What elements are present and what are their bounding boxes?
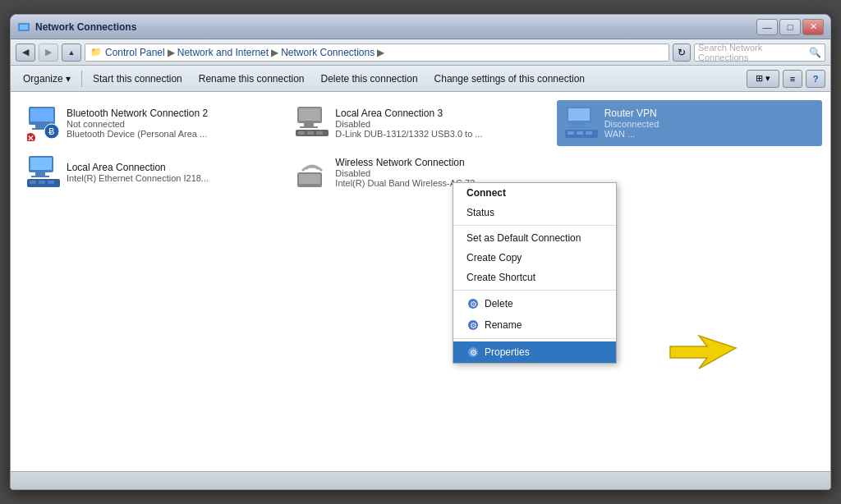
- svg-rect-29: [31, 176, 49, 177]
- connection-bluetooth2[interactable]: Ƀ ✕ Bluetooth Network Connection 2 Not c…: [19, 100, 284, 146]
- connection-device: Bluetooth Device (Personal Area ...: [67, 129, 276, 139]
- breadcrumb-control-panel[interactable]: Control Panel: [105, 47, 165, 58]
- ctx-sep-1: [453, 225, 616, 226]
- ctx-delete[interactable]: ⚙ Delete: [453, 293, 616, 314]
- window-icon: [17, 21, 30, 34]
- delete-connection-button[interactable]: Delete this connection: [314, 69, 425, 89]
- change-settings-button[interactable]: Change settings of this connection: [427, 69, 592, 89]
- search-box[interactable]: Search Network Connections 🔍: [694, 44, 825, 62]
- breadcrumb: 📁 Control Panel ▶ Network and Internet ▶…: [85, 44, 669, 62]
- svg-rect-16: [307, 131, 314, 135]
- connection-text-lan3: Local Area Connection 3 Disabled D-Link …: [335, 108, 545, 139]
- ctx-properties-icon: ⚙: [466, 346, 480, 359]
- connection-name: Local Area Connection 3: [335, 108, 545, 119]
- svg-rect-28: [35, 172, 45, 176]
- svg-rect-32: [39, 181, 45, 184]
- wireless-icon: [296, 156, 329, 189]
- up-button[interactable]: ▲: [62, 44, 81, 62]
- svg-text:⚙: ⚙: [470, 348, 477, 357]
- ctx-set-default[interactable]: Set as Default Connection: [453, 228, 616, 248]
- lan-icon: [27, 156, 60, 189]
- arrow-svg: [666, 332, 740, 377]
- toolbar: Organize ▾ Start this connection Rename …: [11, 66, 830, 92]
- title-bar-controls: — □ ✕: [756, 19, 824, 35]
- details-view-button[interactable]: ≡: [783, 70, 802, 88]
- yellow-arrow: [666, 332, 732, 373]
- window-title: Network Connections: [35, 21, 136, 33]
- svg-rect-1: [20, 25, 28, 30]
- svg-rect-3: [30, 108, 53, 121]
- svg-text:✕: ✕: [27, 134, 34, 141]
- connections-grid: Ƀ ✕ Bluetooth Network Connection 2 Not c…: [11, 92, 830, 204]
- connection-status: Disabled: [335, 168, 545, 178]
- connection-icon-lan3: [296, 107, 329, 140]
- vpn-icon: [565, 107, 598, 140]
- ctx-rename-icon: ⚙: [466, 318, 480, 332]
- svg-rect-21: [569, 126, 587, 128]
- ctx-status[interactable]: Status: [453, 203, 616, 222]
- context-menu: Connect Status Set as Default Connection…: [453, 182, 617, 364]
- svg-marker-43: [670, 336, 736, 369]
- ctx-create-shortcut[interactable]: Create Shortcut: [453, 268, 616, 287]
- connection-device: WAN ...: [604, 129, 814, 139]
- back-button[interactable]: ◀: [16, 44, 35, 62]
- maximize-button[interactable]: □: [779, 19, 801, 35]
- svg-rect-27: [30, 158, 52, 170]
- minimize-button[interactable]: —: [756, 19, 778, 35]
- connection-lan3[interactable]: Local Area Connection 3 Disabled D-Link …: [287, 100, 553, 146]
- connection-status: Disabled: [335, 119, 545, 129]
- search-placeholder: Search Network Connections: [698, 43, 806, 62]
- svg-rect-11: [299, 108, 320, 121]
- help-icon: ?: [813, 74, 819, 84]
- svg-rect-31: [30, 181, 36, 184]
- connection-lan[interactable]: Local Area Connection Intel(R) Ethernet …: [19, 149, 284, 195]
- close-button[interactable]: ✕: [802, 19, 824, 35]
- svg-rect-24: [577, 131, 583, 135]
- svg-text:⚙: ⚙: [470, 321, 477, 330]
- connection-icon-bluetooth2: Ƀ ✕: [27, 107, 60, 140]
- svg-text:⚙: ⚙: [470, 300, 477, 309]
- forward-button[interactable]: ▶: [39, 44, 58, 62]
- ctx-properties[interactable]: ⚙ Properties: [453, 341, 616, 363]
- organize-button[interactable]: Organize ▾: [16, 69, 78, 89]
- connection-text-vpn: Router VPN Disconnected WAN ...: [604, 108, 814, 139]
- title-bar: Network Connections — □ ✕: [11, 15, 830, 39]
- connection-icon-wireless: [296, 156, 329, 189]
- svg-rect-19: [568, 108, 590, 121]
- connection-device: D-Link DUB-1312/1332 USB3.0 to ...: [335, 129, 545, 139]
- connection-status: Not connected: [67, 119, 276, 129]
- svg-rect-17: [316, 131, 323, 135]
- connection-name: Router VPN: [604, 108, 814, 119]
- breadcrumb-network-connections[interactable]: Network Connections: [281, 47, 375, 58]
- ctx-delete-icon: ⚙: [466, 297, 480, 310]
- ctx-sep-3: [453, 338, 616, 339]
- svg-rect-15: [298, 131, 305, 135]
- connection-vpn[interactable]: Router VPN Disconnected WAN ...: [557, 100, 822, 146]
- main-content: Ƀ ✕ Bluetooth Network Connection 2 Not c…: [11, 92, 830, 471]
- ctx-sep-2: [453, 290, 616, 291]
- connection-icon-vpn: [565, 107, 598, 140]
- ctx-set-default-label: Set as Default Connection: [466, 232, 581, 244]
- breadcrumb-network-internet[interactable]: Network and Internet: [177, 47, 269, 58]
- start-connection-button[interactable]: Start this connection: [85, 69, 190, 89]
- svg-rect-23: [568, 131, 574, 135]
- connection-name: Bluetooth Network Connection 2: [67, 108, 276, 119]
- connection-icon-lan: [27, 156, 60, 189]
- ctx-rename[interactable]: ⚙ Rename: [453, 314, 616, 336]
- svg-rect-12: [304, 123, 314, 126]
- svg-rect-13: [300, 126, 318, 128]
- svg-point-36: [310, 165, 314, 168]
- toolbar-separator-1: [81, 71, 82, 87]
- ctx-create-copy[interactable]: Create Copy: [453, 248, 616, 268]
- connection-status: Disconnected: [604, 119, 814, 129]
- details-icon: ≡: [790, 74, 795, 84]
- help-button[interactable]: ?: [806, 70, 825, 88]
- svg-rect-33: [48, 181, 54, 184]
- refresh-button[interactable]: ↻: [673, 44, 691, 62]
- ctx-connect-label: Connect: [466, 187, 506, 199]
- ctx-connect[interactable]: Connect: [453, 183, 616, 203]
- view-dropdown-button[interactable]: ⊞ ▾: [747, 70, 779, 88]
- rename-connection-button[interactable]: Rename this connection: [191, 69, 312, 89]
- ctx-status-label: Status: [466, 207, 494, 218]
- ctx-create-copy-label: Create Copy: [466, 252, 522, 263]
